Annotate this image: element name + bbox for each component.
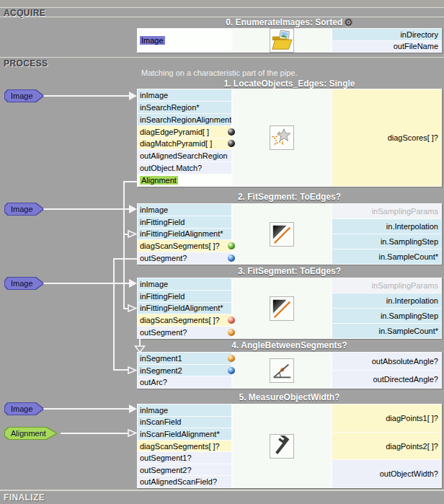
port-label: outAlignedScanField? bbox=[140, 477, 217, 486]
params-cell[interactable]: inSamplingParams in.Interpolation in.Sam… bbox=[332, 278, 441, 338]
input-row[interactable]: inFittingField bbox=[138, 216, 231, 229]
selected-output-label[interactable]: Alignment bbox=[140, 176, 178, 185]
filter-icon-cell[interactable] bbox=[231, 278, 332, 338]
filter-header-measure-object-width[interactable]: 5. MeasureObjectWidth? bbox=[137, 392, 442, 402]
filter-header-enumerate-images[interactable]: 0. EnumerateImages: Sorted⚙ bbox=[137, 17, 442, 27]
gear-icon[interactable]: ⚙ bbox=[344, 17, 353, 28]
diag-output-cell[interactable]: diagPoints1[ ]? bbox=[332, 404, 441, 433]
output-row[interactable]: outAlignedScanField? bbox=[138, 476, 231, 487]
filter-block-fit-segment-1[interactable]: inImage inFittingField inFittingFieldAli… bbox=[137, 203, 442, 265]
macro-input-image-4[interactable]: Image bbox=[5, 403, 43, 415]
macro-input-image-1[interactable]: Image bbox=[5, 90, 43, 102]
param-row-disabled[interactable]: inSamplingParams bbox=[332, 204, 441, 219]
output-row-image[interactable]: Image bbox=[138, 29, 231, 52]
param-row[interactable]: outDirectedAngle? bbox=[332, 371, 441, 388]
macro-input-image-2[interactable]: Image bbox=[5, 203, 43, 215]
diag-row[interactable]: diagMatchPyramid[ ] bbox=[138, 138, 231, 151]
params-cell[interactable]: inDirectory outFileName bbox=[332, 29, 441, 52]
filter-icon-cell[interactable] bbox=[231, 204, 332, 264]
filter-block-locate-objects[interactable]: inImage inSearchRegion* inSearchRegionAl… bbox=[137, 89, 442, 187]
input-row[interactable]: inSearchRegionAlignment* bbox=[138, 114, 231, 126]
input-row[interactable]: inScanFieldAlignment* bbox=[138, 428, 231, 441]
diag-row[interactable]: diagScanSegments[ ]? bbox=[138, 441, 231, 453]
pill-label[interactable]: Image bbox=[5, 90, 43, 102]
filter-header-fit-segment-2[interactable]: 3. FitSegment: ToEdges? bbox=[137, 266, 442, 276]
pill-label[interactable]: Image bbox=[5, 278, 43, 289]
port-label: diagEdgePyramid[ ] bbox=[140, 128, 209, 136]
input-row[interactable]: inSegment2 bbox=[138, 365, 231, 377]
output-row[interactable]: outAlignedSearchRegion bbox=[138, 150, 231, 162]
program-editor: ACQUIRE 0. EnumerateImages: Sorted⚙ Imag… bbox=[0, 0, 444, 504]
params-cell[interactable]: outAbsoluteAngle? outDirectedAngle? bbox=[332, 353, 441, 388]
diag-row[interactable]: diagEdgePyramid[ ] bbox=[138, 126, 231, 138]
output-cell[interactable]: outObjectWidth? bbox=[332, 460, 441, 487]
filter-header-angle-between-segments[interactable]: 4. AngleBetweenSegments? bbox=[137, 340, 442, 350]
pill-label[interactable]: Alignment bbox=[5, 428, 56, 439]
diag-output-cell[interactable]: diagScores[ ]? bbox=[332, 89, 441, 186]
input-row[interactable]: inImage bbox=[138, 204, 231, 216]
param-label: in.SamplingStep bbox=[381, 237, 438, 246]
filter-icon-cell[interactable]: a bbox=[231, 353, 332, 388]
filter-header-fit-segment-1[interactable]: 2. FitSegment: ToEdges? bbox=[137, 192, 442, 202]
input-row[interactable]: inImage bbox=[138, 404, 231, 417]
arrowhead-icon bbox=[129, 404, 137, 413]
input-row[interactable]: inScanField bbox=[138, 417, 231, 429]
params-cell[interactable]: inSamplingParams in.Interpolation in.Sam… bbox=[332, 204, 441, 264]
input-row[interactable]: inImage bbox=[138, 278, 231, 291]
outputs-cell[interactable]: Image bbox=[138, 29, 231, 52]
section-process[interactable]: PROCESS bbox=[4, 58, 48, 68]
divider bbox=[0, 490, 444, 491]
output-row[interactable]: outSegment? bbox=[138, 252, 231, 264]
output-row[interactable]: outSegment1? bbox=[138, 452, 231, 464]
output-row[interactable]: outSegment? bbox=[138, 327, 231, 338]
filter-icon-cell[interactable] bbox=[231, 89, 332, 186]
diag-output-cell[interactable]: diagPoints2[ ]? bbox=[332, 433, 441, 461]
params-cell[interactable]: diagScores[ ]? bbox=[332, 89, 441, 186]
filter-block-enumerate-images[interactable]: Image inDirectory outFileName bbox=[137, 28, 442, 53]
filter-header-locate-objects[interactable]: 1. LocateObjects_Edges: Single bbox=[137, 79, 442, 89]
filter-icon-cell[interactable] bbox=[231, 404, 332, 487]
ports-cell[interactable]: inImage inFittingField inFittingFieldAli… bbox=[138, 278, 231, 338]
macro-input-image-3[interactable]: Image bbox=[5, 278, 43, 289]
param-row-disabled[interactable]: inSamplingParams bbox=[332, 278, 441, 293]
params-cell[interactable]: diagPoints1[ ]? diagPoints2[ ]? outObjec… bbox=[332, 404, 441, 487]
param-row[interactable]: in.SamplingStep bbox=[332, 309, 441, 324]
input-row[interactable]: inImage bbox=[138, 89, 231, 102]
filter-title: 3. FitSegment: ToEdges? bbox=[238, 266, 341, 276]
param-row[interactable]: outFileName bbox=[332, 41, 441, 53]
output-row[interactable]: outObject.Match? bbox=[138, 162, 231, 174]
output-row[interactable]: outArc? bbox=[138, 376, 231, 388]
filter-block-angle-between-segments[interactable]: inSegment1 inSegment2 outArc? a outAbsol… bbox=[137, 352, 442, 389]
ports-cell[interactable]: inImage inFittingField inFittingFieldAli… bbox=[138, 204, 231, 264]
pill-label[interactable]: Image bbox=[5, 403, 43, 415]
param-row[interactable]: in.SampleCount* bbox=[332, 324, 441, 338]
pill-label[interactable]: Image bbox=[5, 203, 43, 215]
input-row[interactable]: inSegment1 bbox=[138, 353, 231, 365]
ports-cell[interactable]: inSegment1 inSegment2 outArc? bbox=[138, 353, 231, 388]
output-row-alignment[interactable]: Alignment bbox=[138, 174, 231, 186]
ports-cell[interactable]: inImage inScanField inScanFieldAlignment… bbox=[138, 404, 231, 487]
param-row[interactable]: inDirectory bbox=[332, 29, 441, 41]
filter-icon-cell[interactable] bbox=[231, 29, 332, 52]
port-label: inImage bbox=[140, 280, 168, 288]
filter-block-fit-segment-2[interactable]: inImage inFittingField inFittingFieldAli… bbox=[137, 278, 442, 339]
ports-cell[interactable]: inImage inSearchRegion* inSearchRegionAl… bbox=[138, 89, 231, 186]
input-row[interactable]: inFittingFieldAlignment* bbox=[138, 229, 231, 241]
output-row[interactable]: outSegment2? bbox=[138, 464, 231, 477]
comment-text[interactable]: Matching on a characteristic part of the… bbox=[141, 68, 297, 77]
filter-block-measure-object-width[interactable]: inImage inScanField inScanFieldAlignment… bbox=[137, 404, 442, 488]
param-row[interactable]: outAbsoluteAngle? bbox=[332, 353, 441, 371]
selected-output-label[interactable]: Image bbox=[140, 36, 165, 45]
param-label: outObjectWidth? bbox=[380, 469, 438, 478]
input-row[interactable]: inFittingFieldAlignment* bbox=[138, 303, 231, 315]
input-row[interactable]: inSearchRegion* bbox=[138, 102, 231, 114]
macro-input-alignment[interactable]: Alignment bbox=[5, 428, 56, 439]
param-row[interactable]: in.Interpolation bbox=[332, 219, 441, 234]
input-row[interactable]: inFittingField bbox=[138, 291, 231, 303]
diag-row[interactable]: diagScanSegments[ ]? bbox=[138, 240, 231, 252]
section-finalize[interactable]: FINALIZE bbox=[4, 492, 45, 503]
param-row[interactable]: in.SamplingStep bbox=[332, 234, 441, 249]
param-row[interactable]: in.SampleCount* bbox=[332, 249, 441, 264]
diag-row[interactable]: diagScanSegments[ ]? bbox=[138, 314, 231, 327]
param-row[interactable]: in.Interpolation bbox=[332, 293, 441, 309]
